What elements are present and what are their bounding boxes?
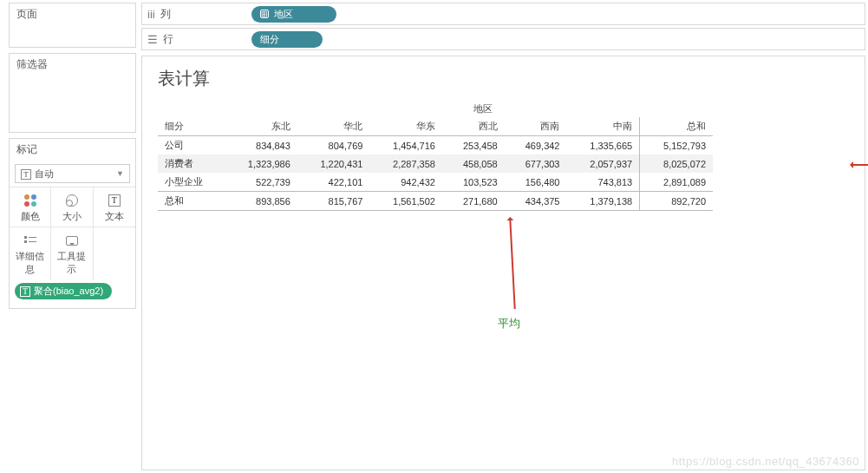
mark-size-label: 大小	[53, 210, 90, 223]
cell-value: 5,152,793	[640, 136, 713, 155]
cell-value: 253,458	[442, 136, 505, 155]
cell-value: 1,323,986	[225, 154, 297, 173]
marks-panel: 标记 T自动 ▼ 颜色 大小 T 文本	[9, 138, 136, 309]
filters-header: 筛选器	[10, 54, 135, 76]
table-row: 消费者1,323,9861,220,4312,287,358458,058677…	[158, 154, 713, 173]
mark-type-select[interactable]: T自动 ▼	[15, 164, 130, 183]
cell-value: 804,769	[297, 136, 370, 155]
row-label: 小型企业	[158, 173, 225, 192]
col-header: 西北	[442, 117, 505, 136]
mark-text-label: 文本	[95, 210, 134, 223]
size-icon	[66, 194, 78, 207]
arrow-sum-icon	[852, 164, 868, 166]
rows-shelf[interactable]: ☰行 细分	[141, 28, 865, 50]
marks-pill-label: 聚合(biao_avg2)	[34, 285, 103, 298]
cell-value: 434,375	[505, 192, 567, 211]
annotation-avg: 平均	[498, 316, 520, 332]
cell-value: 2,057,937	[566, 154, 639, 173]
cell-value: 892,720	[640, 192, 713, 211]
viz-title[interactable]: 表计算	[158, 67, 849, 90]
marks-pill-aggregate[interactable]: T 聚合(biao_avg2)	[15, 283, 112, 299]
mark-color-button[interactable]: 颜色	[10, 187, 51, 227]
columns-shelf[interactable]: iii列 ⊞ 地区	[141, 3, 865, 25]
row-dimension-header: 细分	[158, 117, 225, 136]
mark-detail-label: 详细信息	[11, 250, 49, 276]
cell-value: 156,480	[505, 173, 567, 192]
row-label: 消费者	[158, 154, 225, 173]
col-header: 东北	[225, 117, 297, 136]
cell-value: 271,680	[442, 192, 505, 211]
crosstab: 地区 细分 东北 华北 华东 西北 西南 中南 总和	[158, 102, 713, 211]
expand-icon: ⊞	[260, 10, 269, 18]
rows-pill-segment[interactable]: 细分	[251, 31, 323, 48]
viz-area: 表计算 地区 细分 东北 华北 华东 西北 西南 中南 总和	[141, 56, 865, 470]
columns-pill-label: 地区	[274, 8, 293, 21]
cell-value: 1,561,502	[369, 192, 442, 211]
columns-icon: iii	[147, 8, 155, 21]
columns-pill-region[interactable]: ⊞ 地区	[251, 6, 336, 23]
cell-value: 1,454,716	[369, 136, 442, 155]
mark-text-button[interactable]: T 文本	[94, 187, 135, 227]
mark-type-label: 自动	[35, 168, 54, 179]
filters-panel: 筛选器	[9, 53, 136, 133]
mark-tooltip-label: 工具提示	[53, 250, 90, 276]
col-header: 中南	[566, 117, 639, 136]
mark-empty-cell	[94, 227, 135, 279]
color-icon	[24, 194, 36, 207]
table-row: 总和893,856815,7671,561,502271,680434,3751…	[158, 192, 713, 211]
rows-pill-label: 细分	[260, 33, 279, 46]
cell-value: 2,891,089	[640, 173, 713, 192]
cell-value: 677,303	[505, 154, 567, 173]
mark-detail-button[interactable]: 详细信息	[10, 227, 51, 279]
header-row: 细分 东北 华北 华东 西北 西南 中南 总和	[158, 117, 713, 136]
cell-value: 1,379,138	[566, 192, 639, 211]
mark-size-button[interactable]: 大小	[51, 187, 93, 227]
cell-value: 815,767	[297, 192, 370, 211]
mark-color-label: 颜色	[11, 210, 49, 223]
text-icon: T	[108, 194, 121, 207]
cell-value: 103,523	[442, 173, 505, 192]
cell-value: 458,058	[442, 154, 505, 173]
watermark: https://blog.csdn.net/qq_43674360	[672, 455, 859, 468]
cell-value: 1,220,431	[297, 154, 370, 173]
pages-panel: 页面	[9, 3, 136, 48]
rows-shelf-label: 行	[163, 32, 173, 47]
column-dimension-header: 地区	[158, 102, 713, 115]
table-row: 小型企业522,739422,101942,432103,523156,4807…	[158, 173, 713, 192]
cell-value: 422,101	[297, 173, 370, 192]
cell-value: 2,287,358	[369, 154, 442, 173]
rows-icon: ☰	[147, 33, 158, 46]
cell-value: 8,025,072	[640, 154, 713, 173]
table-row: 公司834,843804,7691,454,716253,458469,3421…	[158, 136, 713, 155]
col-header-total: 总和	[640, 117, 713, 136]
col-header: 西南	[505, 117, 567, 136]
col-header: 华北	[297, 117, 370, 136]
text-icon: T	[20, 286, 30, 297]
mark-tooltip-button[interactable]: 工具提示	[51, 227, 93, 279]
chevron-down-icon: ▼	[116, 169, 124, 178]
cell-value: 743,813	[566, 173, 639, 192]
columns-shelf-label: 列	[160, 7, 171, 22]
cell-value: 942,432	[369, 173, 442, 192]
row-label: 公司	[158, 136, 225, 155]
cell-value: 1,335,665	[566, 136, 639, 155]
cell-value: 469,342	[505, 136, 567, 155]
tooltip-icon	[66, 236, 78, 246]
cell-value: 893,856	[225, 192, 297, 211]
detail-icon	[24, 235, 36, 246]
row-label: 总和	[158, 192, 225, 211]
col-header: 华东	[369, 117, 442, 136]
cell-value: 834,843	[225, 136, 297, 155]
cell-value: 522,739	[225, 173, 297, 192]
text-type-icon: T	[21, 169, 31, 180]
marks-header: 标记	[10, 139, 135, 161]
pages-header: 页面	[10, 3, 135, 25]
